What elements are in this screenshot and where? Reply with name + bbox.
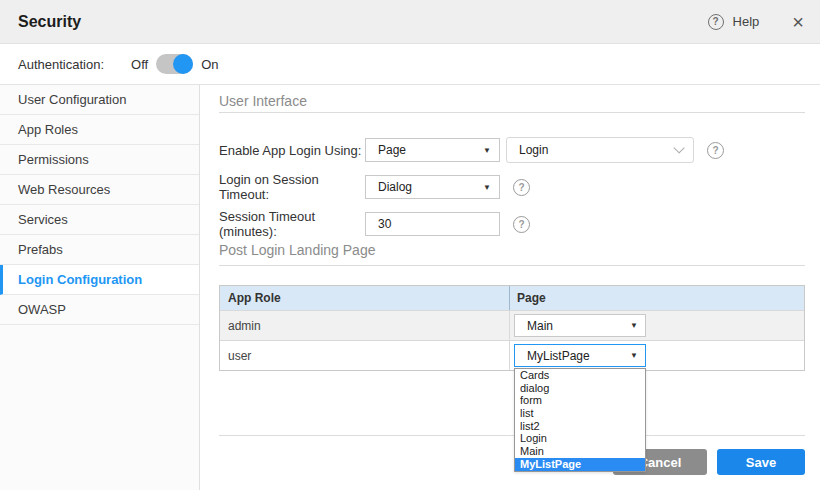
dropdown-option-dialog[interactable]: dialog xyxy=(515,382,645,395)
close-icon[interactable]: × xyxy=(792,12,804,32)
dropdown-option-mylistpage[interactable]: MyListPage xyxy=(515,458,645,471)
table-row: admin Main ▼ xyxy=(220,310,804,340)
dropdown-option-list[interactable]: list xyxy=(515,407,645,420)
main-content: User Interface Enable App Login Using: P… xyxy=(200,85,820,490)
page-cell: MyListPage ▼ Cards dialog form list list… xyxy=(510,341,804,370)
toggle-on-label: On xyxy=(201,57,218,72)
app-role-cell: user xyxy=(220,341,510,370)
help-icon[interactable]: ? xyxy=(513,179,530,196)
column-header-app-role: App Role xyxy=(220,286,510,310)
section-user-interface: User Interface xyxy=(219,93,805,113)
login-on-session-timeout-value: Dialog xyxy=(378,180,412,194)
help-link[interactable]: Help xyxy=(733,14,760,29)
user-page-select[interactable]: MyListPage ▼ xyxy=(514,344,646,367)
chevron-down-icon xyxy=(673,142,684,153)
sidebar: User Configuration App Roles Permissions… xyxy=(0,85,200,490)
user-page-value: MyListPage xyxy=(527,349,590,363)
authentication-toggle[interactable] xyxy=(156,54,193,74)
sidebar-item-web-resources[interactable]: Web Resources xyxy=(0,175,199,205)
dropdown-option-cards[interactable]: Cards xyxy=(515,369,645,382)
session-timeout-behavior-row: Login on Session Timeout: Dialog ▼ ? xyxy=(219,175,805,199)
app-role-cell: admin xyxy=(220,311,510,340)
sidebar-item-services[interactable]: Services xyxy=(0,205,199,235)
login-page-combobox[interactable]: Login xyxy=(506,137,694,163)
login-on-session-timeout-label: Login on Session Timeout: xyxy=(219,172,365,202)
dropdown-arrow-icon: ▼ xyxy=(483,146,491,155)
enable-app-login-value: Page xyxy=(378,143,406,157)
help-icon[interactable]: ? xyxy=(708,14,724,30)
landing-page-table: App Role Page admin Main ▼ user MyListPa… xyxy=(219,285,805,371)
authentication-label: Authentication: xyxy=(18,57,104,72)
save-button[interactable]: Save xyxy=(717,449,805,475)
help-icon[interactable]: ? xyxy=(707,142,724,159)
sidebar-item-permissions[interactable]: Permissions xyxy=(0,145,199,175)
page-title: Security xyxy=(18,13,81,31)
enable-app-login-select[interactable]: Page ▼ xyxy=(365,138,500,162)
titlebar: Security ? Help × xyxy=(0,0,820,44)
dropdown-arrow-icon: ▼ xyxy=(483,183,491,192)
dropdown-arrow-icon: ▼ xyxy=(630,321,638,330)
help-icon[interactable]: ? xyxy=(513,216,530,233)
section-post-login-landing-page: Post Login Landing Page xyxy=(219,242,805,266)
footer-buttons: Cancel Save xyxy=(219,449,805,475)
page-cell: Main ▼ xyxy=(510,311,804,340)
sidebar-item-prefabs[interactable]: Prefabs xyxy=(0,235,199,265)
admin-page-value: Main xyxy=(527,319,553,333)
footer-divider xyxy=(219,435,805,436)
table-header-row: App Role Page xyxy=(220,286,804,310)
toggle-knob-icon xyxy=(173,54,193,74)
dropdown-option-form[interactable]: form xyxy=(515,394,645,407)
dropdown-option-main[interactable]: Main xyxy=(515,445,645,458)
column-header-page: Page xyxy=(510,286,804,310)
enable-app-login-row: Enable App Login Using: Page ▼ Login ? xyxy=(219,137,805,163)
session-timeout-input[interactable] xyxy=(365,212,500,236)
toggle-off-label: Off xyxy=(131,57,148,72)
session-timeout-minutes-row: Session Timeout (minutes): ? xyxy=(219,212,805,236)
session-timeout-label: Session Timeout (minutes): xyxy=(219,209,365,239)
sidebar-item-app-roles[interactable]: App Roles xyxy=(0,115,199,145)
dropdown-option-list2[interactable]: list2 xyxy=(515,420,645,433)
page-dropdown-open-list: Cards dialog form list list2 Login Main … xyxy=(514,368,646,472)
login-page-value: Login xyxy=(519,143,548,157)
enable-app-login-label: Enable App Login Using: xyxy=(219,143,365,158)
sidebar-item-owasp[interactable]: OWASP xyxy=(0,295,199,325)
admin-page-select[interactable]: Main ▼ xyxy=(514,314,646,337)
sidebar-item-user-configuration[interactable]: User Configuration xyxy=(0,85,199,115)
dropdown-arrow-icon: ▼ xyxy=(630,351,638,360)
table-row: user MyListPage ▼ Cards dialog form list… xyxy=(220,340,804,370)
dropdown-option-login[interactable]: Login xyxy=(515,432,645,445)
authentication-row: Authentication: Off On xyxy=(0,44,820,85)
titlebar-actions: ? Help × xyxy=(708,12,804,32)
login-on-session-timeout-select[interactable]: Dialog ▼ xyxy=(365,175,500,199)
sidebar-item-login-configuration[interactable]: Login Configuration xyxy=(0,265,199,295)
